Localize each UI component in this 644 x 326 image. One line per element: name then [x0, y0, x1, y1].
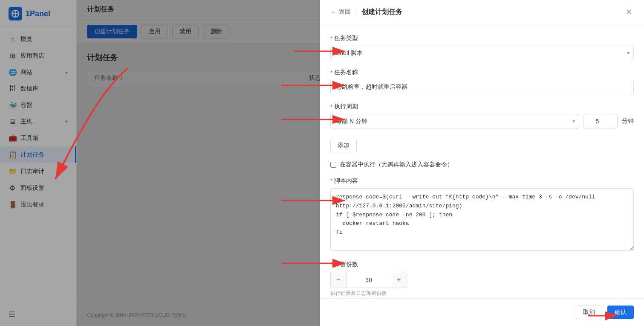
drawer: ← 返回 创建计划任务 ✕ * 任务类型 Shell 脚本 访问URL 备份数据…	[320, 0, 644, 326]
task-type-label: * 任务类型	[330, 35, 634, 42]
container-exec-checkbox[interactable]	[330, 162, 336, 168]
back-button[interactable]: ← 返回	[330, 8, 351, 16]
period-row: 每隔 N 分钟 每隔 N 小时 每天 每周 每月 指定时间 ▾ 分钟	[330, 114, 634, 128]
period-type-select[interactable]: 每隔 N 分钟 每隔 N 小时 每天 每周 每月 指定时间	[330, 114, 579, 128]
container-exec-field: 在容器中执行（无需再输入进入容器命令）	[330, 161, 634, 169]
retention-hint: 执行记录及日志保留份数	[330, 290, 634, 297]
container-exec-label: 在容器中执行（无需再输入进入容器命令）	[340, 161, 453, 169]
period-field: * 执行周期 每隔 N 分钟 每隔 N 小时 每天 每周 每月 指定时间 ▾	[330, 103, 634, 128]
confirm-button[interactable]: 确认	[607, 306, 634, 319]
required-star: *	[330, 35, 332, 42]
drawer-title: 创建计划任务	[361, 8, 618, 17]
retention-increment-button[interactable]: +	[391, 272, 407, 288]
overlay: ← 返回 创建计划任务 ✕ * 任务类型 Shell 脚本 访问URL 备份数据…	[0, 0, 644, 326]
task-type-select-wrapper: Shell 脚本 访问URL 备份数据库 备份网站 备份目录 ▾	[330, 46, 634, 60]
drawer-header: ← 返回 创建计划任务 ✕	[320, 0, 644, 24]
drawer-footer: 取消 确认	[320, 298, 644, 326]
drawer-body: * 任务类型 Shell 脚本 访问URL 备份数据库 备份网站 备份目录 ▾	[320, 24, 644, 298]
cancel-button[interactable]: 取消	[576, 306, 602, 319]
period-unit: 分钟	[622, 117, 634, 125]
required-star: *	[330, 69, 332, 76]
back-label: 返回	[339, 8, 351, 16]
required-star: *	[330, 103, 332, 110]
retention-input-group: − 30 +	[330, 272, 407, 288]
script-textarea[interactable]: response_code=$(curl --write-out "%{http…	[330, 188, 634, 251]
close-button[interactable]: ✕	[624, 7, 634, 17]
period-number-input[interactable]	[583, 114, 618, 128]
script-field: * 脚本内容 response_code=$(curl --write-out …	[330, 177, 634, 252]
retention-decrement-button[interactable]: −	[331, 272, 346, 288]
add-button[interactable]: 添加	[330, 139, 357, 152]
retention-field: * 保留份数 − 30 + 执行记录及日志保留份数	[330, 261, 634, 297]
required-star: *	[330, 261, 332, 268]
task-type-field: * 任务类型 Shell 脚本 访问URL 备份数据库 备份网站 备份目录 ▾	[330, 35, 634, 60]
period-select-wrapper: 每隔 N 分钟 每隔 N 小时 每天 每周 每月 指定时间 ▾	[330, 114, 579, 128]
container-exec-row: 在容器中执行（无需再输入进入容器命令）	[330, 161, 634, 169]
back-arrow-icon: ←	[330, 9, 336, 15]
header-divider	[356, 8, 356, 16]
retention-label: * 保留份数	[330, 261, 634, 268]
script-label: * 脚本内容	[330, 177, 634, 185]
task-name-label: * 任务名称	[330, 69, 634, 76]
period-label: * 执行周期	[330, 103, 634, 111]
task-name-input[interactable]	[330, 80, 634, 94]
required-star: *	[330, 178, 332, 184]
add-button-field: 添加	[330, 137, 634, 152]
retention-value: 30	[346, 272, 391, 288]
task-type-select[interactable]: Shell 脚本 访问URL 备份数据库 备份网站 备份目录	[330, 46, 634, 60]
task-name-field: * 任务名称	[330, 69, 634, 94]
